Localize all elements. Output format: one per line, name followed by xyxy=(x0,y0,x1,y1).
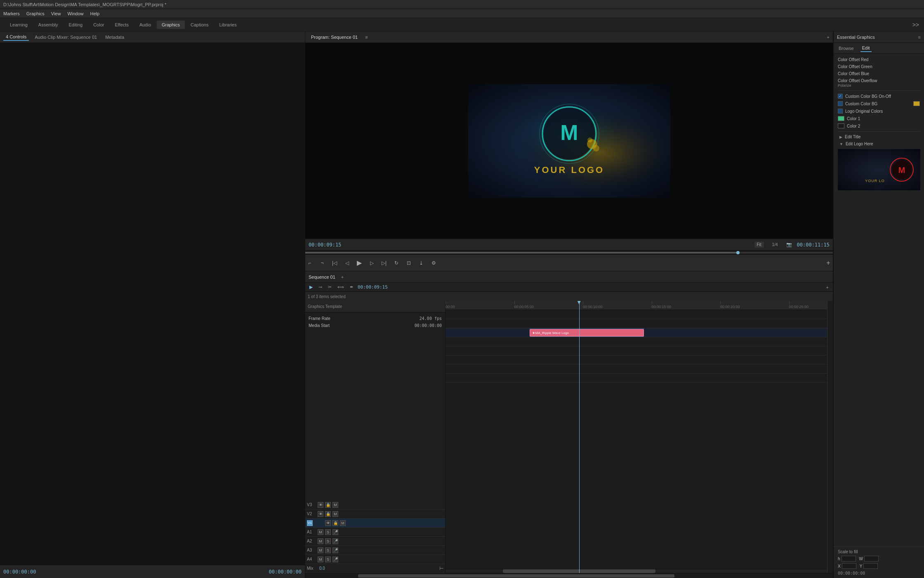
tab-color[interactable]: Color xyxy=(88,21,109,29)
a4-mic[interactable]: 🎤 xyxy=(332,557,338,562)
v2-eye[interactable]: 👁 xyxy=(318,511,323,517)
tab-captions[interactable]: Captions xyxy=(186,21,213,29)
program-settings-icon[interactable]: ≡ xyxy=(365,35,368,40)
eg-tab-browse[interactable]: Browse xyxy=(837,45,856,52)
a2-mic[interactable]: 🎤 xyxy=(332,538,338,544)
mark-in-btn[interactable]: ⌐ xyxy=(305,258,314,268)
a1-mic[interactable]: 🎤 xyxy=(332,529,338,535)
go-to-out-btn[interactable]: ▷| xyxy=(380,258,389,268)
v1-lock[interactable]: 🔒 xyxy=(332,520,338,526)
tab-editing[interactable]: Editing xyxy=(64,21,88,29)
custom-color-bg-swatch-checkbox[interactable] xyxy=(838,101,843,106)
a2-mute[interactable]: M xyxy=(318,538,323,544)
workspace-more-btn[interactable]: >> xyxy=(912,21,919,28)
color1-row[interactable]: Color 1 xyxy=(834,115,924,122)
v3-mute[interactable]: M xyxy=(332,502,338,508)
scrubber-handle[interactable] xyxy=(736,251,740,254)
menu-help[interactable]: Help xyxy=(90,11,100,16)
mix-end-icon[interactable]: ⊢ xyxy=(439,566,443,571)
color-offset-red-row[interactable]: Color Offset Red xyxy=(834,56,924,63)
tl-razor-tool[interactable]: ✂ xyxy=(326,284,333,291)
a2-solo[interactable]: S xyxy=(325,538,331,544)
w-input[interactable] xyxy=(864,556,879,561)
v3-lock[interactable]: 🔒 xyxy=(325,502,331,508)
menu-view[interactable]: View xyxy=(51,11,61,16)
tab-audio-clip-mixer[interactable]: Audio Clip Mixer: Sequence 01 xyxy=(32,34,99,40)
custom-color-bg-swatch[interactable] xyxy=(913,101,920,106)
a3-mute[interactable]: M xyxy=(318,547,323,553)
logo-original-colors-row[interactable]: Logo Original Colors xyxy=(834,107,924,115)
program-panel-menu[interactable]: + xyxy=(827,35,830,40)
safe-margins-btn[interactable]: ⊡ xyxy=(404,258,413,268)
tab-graphics[interactable]: Graphics xyxy=(157,21,185,29)
menu-window[interactable]: Window xyxy=(67,11,83,16)
eg-panel-menu[interactable]: ≡ xyxy=(918,35,921,40)
step-back-btn[interactable]: ◁ xyxy=(342,258,351,268)
a4-solo[interactable]: S xyxy=(325,557,331,562)
custom-color-bg-onoff-row[interactable]: Custom Color BG On-Off xyxy=(834,92,924,100)
v3-label: V3 xyxy=(307,502,316,507)
tl-current-timecode[interactable]: 00:00:09:15 xyxy=(358,284,388,290)
color1-swatch[interactable] xyxy=(838,116,844,121)
tab-audio[interactable]: Audio xyxy=(134,21,156,29)
add-track-btn[interactable]: + xyxy=(824,258,833,268)
tab-libraries[interactable]: Libraries xyxy=(214,21,241,29)
v1-eye[interactable]: 👁 xyxy=(325,520,331,526)
v2-mute[interactable]: M xyxy=(332,511,338,517)
tab-assembly[interactable]: Assembly xyxy=(33,21,63,29)
v3-eye[interactable]: 👁 xyxy=(318,502,323,508)
logo-original-colors-checkbox[interactable] xyxy=(838,109,843,114)
color-offset-green-row[interactable]: Color Offset Green xyxy=(834,63,924,70)
loop-btn[interactable]: ↻ xyxy=(392,258,401,268)
edit-logo-here-row[interactable]: ▼ Edit Logo Here xyxy=(834,140,924,147)
custom-color-bg-checkbox[interactable] xyxy=(838,94,843,99)
edit-title-row[interactable]: ▶ Edit Title xyxy=(834,133,924,140)
a4-mute[interactable]: M xyxy=(318,557,323,562)
color2-swatch[interactable] xyxy=(838,123,844,128)
program-scrubber[interactable] xyxy=(305,250,833,254)
a1-mute[interactable]: M xyxy=(318,529,323,535)
settings-btn[interactable]: ⚙ xyxy=(429,258,438,268)
tl-slip-tool[interactable]: ⟺ xyxy=(336,284,346,291)
y-input[interactable] xyxy=(863,563,878,569)
color-offset-blue-row[interactable]: Color Offset Blue xyxy=(834,70,924,77)
x-input[interactable] xyxy=(842,563,856,569)
fit-dropdown[interactable]: Fit xyxy=(754,242,764,248)
tl-selection-tool[interactable]: ▶ xyxy=(308,284,314,291)
timeline-info: 1 of 3 items selected xyxy=(305,292,833,301)
h-scrollbar-thumb[interactable] xyxy=(358,574,674,578)
tab-metadata[interactable]: Metadata xyxy=(103,34,127,40)
h-input[interactable] xyxy=(842,556,856,561)
video-clip[interactable]: ★ MA_Ripple Wave Logo xyxy=(530,329,644,336)
eg-tab-edit[interactable]: Edit xyxy=(860,45,872,52)
color2-row[interactable]: Color 2 xyxy=(834,122,924,130)
menu-graphics[interactable]: Graphics xyxy=(26,11,45,16)
track-a1-row: A1 M S 🎤 xyxy=(305,528,445,537)
tab-learning[interactable]: Learning xyxy=(5,21,33,29)
v1-mute[interactable]: M xyxy=(340,520,346,526)
timeline-settings[interactable]: + xyxy=(341,275,344,280)
play-btn[interactable]: ▶ xyxy=(355,258,364,268)
a1-solo[interactable]: S xyxy=(325,529,331,535)
v2-lock[interactable]: 🔒 xyxy=(325,511,331,517)
go-to-in-btn[interactable]: |◁ xyxy=(330,258,339,268)
tl-pen-tool[interactable]: ✒ xyxy=(348,284,355,291)
step-fwd-btn[interactable]: ▷ xyxy=(367,258,376,268)
color-offset-overflow-row[interactable]: Color Offset Overflow Polarize xyxy=(834,77,924,89)
tl-ripple-tool[interactable]: ⊸ xyxy=(317,284,324,291)
a3-mic[interactable]: 🎤 xyxy=(332,547,338,553)
sequence-tab[interactable]: Sequence 01 xyxy=(309,275,335,280)
a3-solo[interactable]: S xyxy=(325,547,331,553)
playhead[interactable] xyxy=(579,301,580,573)
program-current-time[interactable]: 00:00:09:15 xyxy=(309,242,341,248)
custom-color-bg-row[interactable]: Custom Color BG xyxy=(834,100,924,107)
timeline-scrollbar[interactable] xyxy=(446,569,827,573)
menu-markers[interactable]: Markers xyxy=(3,11,20,16)
timeline-bottom-scrollbar[interactable] xyxy=(305,573,833,578)
tab-effects[interactable]: Effects xyxy=(110,21,133,29)
mark-out-btn[interactable]: ¬ xyxy=(318,258,327,268)
tl-zoom-in[interactable]: + xyxy=(825,284,830,291)
tab-controls[interactable]: 4 Controls xyxy=(3,33,29,41)
svg-point-10 xyxy=(587,137,592,142)
export-frame-btn[interactable]: ⤓ xyxy=(417,258,426,268)
